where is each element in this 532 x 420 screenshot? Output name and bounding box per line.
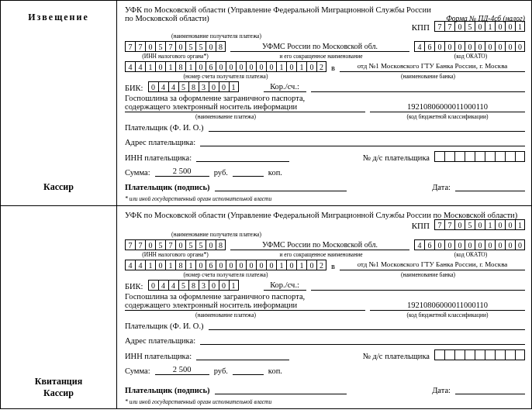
purpose-caption: (наименование платежа): [125, 113, 326, 120]
recipient-short: УФМС России по Московской обл.: [230, 42, 409, 52]
notice-section: Извещение Кассир УФК по Московской облас…: [1, 1, 531, 206]
notice-label: Извещение: [4, 7, 113, 181]
sum-rub[interactable]: 2 500: [155, 167, 209, 177]
inn-payer-field[interactable]: [196, 152, 289, 162]
payer-field[interactable]: [209, 122, 526, 132]
inn-caption: (ИНН налогового органа*): [125, 53, 226, 60]
side-panel-receipt: Квитанция Кассир: [1, 206, 117, 408]
kpp-boxes[interactable]: 770501001: [434, 21, 525, 32]
payer-label: Плательщик (Ф. И. О.): [125, 123, 204, 132]
okato-boxes[interactable]: 46000000000: [414, 41, 525, 52]
bik-boxes[interactable]: 044583001: [148, 81, 239, 92]
recipient-name: УФК по Московской области (Управление Фе…: [125, 5, 441, 22]
side-panel-notice: Извещение Кассир: [1, 1, 117, 205]
cashier-label: Кассир: [43, 181, 74, 199]
receipt-body: УФК по Московской области (Управление Фе…: [117, 206, 531, 408]
kpp-label: КПП: [412, 22, 430, 32]
purpose-1: Госпошлина за оформление заграничного па…: [125, 94, 365, 102]
notice-body: УФК по Московской области (Управление Фе…: [117, 1, 531, 205]
recipient-name-2: УФК по Московской области (Управление Фе…: [125, 211, 525, 219]
kbk-value: 19210806000011000110: [370, 102, 525, 112]
receipt-label: Квитанция: [35, 376, 82, 387]
sign-field[interactable]: [215, 181, 347, 191]
inn-boxes[interactable]: 7705705508: [125, 41, 226, 52]
account-boxes[interactable]: 44101810600000010102: [125, 61, 326, 72]
sign-label: Плательщик (подпись): [125, 183, 210, 191]
bank-name: отд №1 Московского ГТУ Банка России, г. …: [340, 62, 525, 72]
kpp-label-2: КПП: [412, 221, 430, 230]
account-caption: (номер счета получателя платежа): [125, 73, 326, 80]
okato-boxes-2[interactable]: 46000000000: [414, 239, 525, 250]
sum-label: Сумма:: [125, 168, 150, 177]
korr-field[interactable]: [311, 82, 525, 92]
receipt-section: Квитанция Кассир УФК по Московской облас…: [1, 206, 531, 408]
inn-boxes-2[interactable]: 7705705508: [125, 239, 226, 250]
cashier-label-2: Кассир: [35, 387, 82, 399]
account-boxes-2[interactable]: 44101810600000010102: [125, 260, 326, 270]
korr-label: Кор./сч.:: [264, 82, 306, 92]
bank-caption: (наименование банка): [331, 73, 525, 80]
okato-caption: (код ОКАТО): [416, 53, 525, 60]
rub-label: руб.: [214, 168, 228, 177]
kpp-boxes-2[interactable]: 770501001: [434, 219, 525, 230]
doc-no-label: № д/с плательщика: [363, 153, 430, 162]
purpose-2: содержащего электронный носитель информа…: [125, 102, 365, 112]
inn-payer-label: ИНН плательщика:: [125, 153, 192, 162]
bik-label: БИК:: [125, 84, 143, 92]
kbk-caption: (код бюджетной классификации): [370, 113, 525, 120]
date-label: Дата:: [432, 183, 451, 191]
doc-no-boxes[interactable]: [434, 151, 525, 162]
payment-form: Извещение Кассир УФК по Московской облас…: [0, 0, 532, 409]
bank-in: в: [331, 64, 335, 72]
kop-label: коп.: [268, 168, 282, 177]
addr-field[interactable]: [200, 136, 525, 146]
footnote: * или иной государственный орган исполни…: [125, 195, 525, 202]
sum-kop[interactable]: [233, 167, 264, 177]
short-caption: и его сокращенное наименование: [230, 53, 412, 60]
date-field[interactable]: [455, 181, 525, 191]
bik-boxes-2[interactable]: 044583001: [148, 280, 239, 291]
recipient-caption: (наименование получателя платежа): [125, 33, 525, 40]
addr-label: Адрес плательщика:: [125, 138, 195, 146]
